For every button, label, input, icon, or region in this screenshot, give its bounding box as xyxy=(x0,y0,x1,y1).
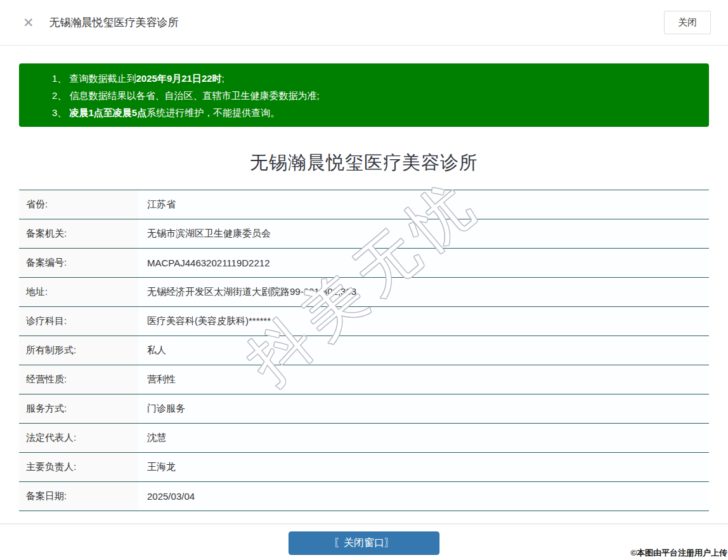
close-icon[interactable]: ✕ xyxy=(23,16,34,29)
row-label: 备案日期: xyxy=(19,482,138,511)
row-value: 王海龙 xyxy=(138,453,709,481)
copyright-watermark: ©本图由平台注册用户上传 xyxy=(630,547,727,559)
notice-bold-text: 凌晨1点至凌晨5点 xyxy=(70,107,147,118)
row-value: 私人 xyxy=(138,336,709,365)
table-row: 服务方式: 门诊服务 xyxy=(19,394,709,424)
notice-text: 1、 查询数据截止到 xyxy=(52,73,136,84)
row-value: 无锡市滨湖区卫生健康委员会 xyxy=(138,219,709,248)
row-value: 江苏省 xyxy=(138,190,709,219)
row-label: 主要负责人: xyxy=(19,453,138,481)
notice-text: 系统进行维护，不能提供查询。 xyxy=(146,107,280,118)
close-window-button[interactable]: 〖关闭窗口〗 xyxy=(289,531,439,555)
table-row: 备案日期: 2025/03/04 xyxy=(19,482,709,511)
row-label: 地址: xyxy=(19,278,138,306)
footer-divider xyxy=(0,523,728,524)
notice-bold-text: 2025年9月21日22时 xyxy=(136,73,222,84)
table-row: 省份: 江苏省 xyxy=(19,190,709,219)
notice-line: 3、 凌晨1点至凌晨5点系统进行维护，不能提供查询。 xyxy=(52,104,696,121)
record-table: 省份: 江苏省 备案机关: 无锡市滨湖区卫生健康委员会 备案编号: MACPAJ… xyxy=(19,190,709,511)
notice-text: ; xyxy=(222,73,224,84)
row-value: MACPAJ44632021119D2212 xyxy=(138,249,709,277)
row-label: 所有制形式: xyxy=(19,336,138,365)
row-label: 诊疗科目: xyxy=(19,307,138,335)
notice-line: 1、 查询数据截止到2025年9月21日22时; xyxy=(52,70,696,87)
row-value: 营利性 xyxy=(138,365,709,394)
row-value: 无锡经济开发区太湖街道大剧院路99-301,302,303 xyxy=(138,278,709,306)
row-value: 沈慧 xyxy=(138,424,709,452)
row-value: 门诊服务 xyxy=(138,394,709,423)
notice-text: 2、 信息数据结果以各省、自治区、直辖市卫生健康委数据为准; xyxy=(52,90,320,101)
table-row: 法定代表人: 沈慧 xyxy=(19,424,709,453)
clinic-title: 无锡瀚晨悦玺医疗美容诊所 xyxy=(19,150,709,176)
row-value: 2025/03/04 xyxy=(138,482,709,511)
page-title: 无锡瀚晨悦玺医疗美容诊所 xyxy=(49,15,179,30)
notice-line: 2、 信息数据结果以各省、自治区、直辖市卫生健康委数据为准; xyxy=(52,87,696,104)
row-value: 医疗美容科(美容皮肤科)****** xyxy=(138,307,709,335)
row-label: 服务方式: xyxy=(19,394,138,423)
table-row: 诊疗科目: 医疗美容科(美容皮肤科)****** xyxy=(19,307,709,336)
content-area: 1、 查询数据截止到2025年9月21日22时; 2、 信息数据结果以各省、自治… xyxy=(0,63,728,511)
row-label: 备案编号: xyxy=(19,249,138,277)
table-row: 主要负责人: 王海龙 xyxy=(19,453,709,482)
row-label: 备案机关: xyxy=(19,219,138,248)
table-row: 备案编号: MACPAJ44632021119D2212 xyxy=(19,249,709,278)
table-row: 备案机关: 无锡市滨湖区卫生健康委员会 xyxy=(19,219,709,249)
notice-banner: 1、 查询数据截止到2025年9月21日22时; 2、 信息数据结果以各省、自治… xyxy=(19,63,709,127)
row-label: 省份: xyxy=(19,190,138,219)
table-row: 所有制形式: 私人 xyxy=(19,336,709,365)
row-label: 经营性质: xyxy=(19,365,138,394)
header-bar: ✕ 无锡瀚晨悦玺医疗美容诊所 关闭 xyxy=(0,0,728,46)
row-label: 法定代表人: xyxy=(19,424,138,452)
clinic-record-page: ✕ 无锡瀚晨悦玺医疗美容诊所 关闭 1、 查询数据截止到2025年9月21日22… xyxy=(0,0,728,560)
table-row: 经营性质: 营利性 xyxy=(19,365,709,394)
footer: 〖关闭窗口〗 xyxy=(0,531,728,555)
notice-text: 3、 xyxy=(52,107,70,118)
close-button[interactable]: 关闭 xyxy=(664,11,711,34)
table-row: 地址: 无锡经济开发区太湖街道大剧院路99-301,302,303 xyxy=(19,278,709,307)
